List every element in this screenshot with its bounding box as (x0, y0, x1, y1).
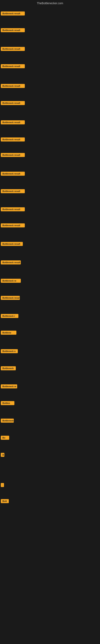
bottleneck-badge-21[interactable]: Bottleneck (1, 366, 16, 370)
bottleneck-badge-9[interactable]: Bottleneck result (1, 153, 25, 157)
bottleneck-badge-18[interactable]: Bottleneck r (1, 314, 18, 318)
bottleneck-badge-2[interactable]: Bottleneck result (1, 28, 25, 32)
bottleneck-badge-11[interactable]: Bottleneck result (1, 189, 25, 193)
bottleneck-badge-5[interactable]: Bottleneck result (1, 84, 25, 88)
bottleneck-badge-27[interactable]: · (1, 483, 4, 487)
bottleneck-badge-19[interactable]: Bottlene (1, 331, 16, 335)
bottleneck-badge-12[interactable]: Bottleneck result (1, 207, 25, 211)
bottleneck-badge-6[interactable]: Bottleneck result (1, 101, 25, 105)
bottleneck-badge-15[interactable]: Bottleneck result (1, 260, 21, 264)
bottleneck-badge-20[interactable]: Bottleneck n (1, 349, 18, 353)
bottleneck-badge-1[interactable]: Bottleneck result (1, 12, 25, 16)
bottleneck-badge-16[interactable]: Bottleneck re (1, 279, 21, 283)
bottleneck-badge-28[interactable]: Bott (1, 499, 9, 503)
bottleneck-badge-7[interactable]: Bottleneck result (1, 120, 25, 124)
bottleneck-badge-10[interactable]: Bottleneck result (1, 172, 25, 176)
bottleneck-badge-17[interactable]: Bottleneck resul (1, 296, 20, 300)
bottleneck-badge-14[interactable]: Bottleneck result (1, 242, 23, 246)
bottleneck-badge-25[interactable]: Bo (1, 436, 9, 440)
bottleneck-badge-23[interactable]: Bottlen (1, 401, 14, 405)
bottleneck-badge-4[interactable]: Bottleneck result (1, 64, 25, 68)
site-title: TheBottlenecker.com (37, 2, 63, 5)
bottleneck-badge-22[interactable]: Bottleneck re (1, 384, 17, 388)
bottleneck-badge-26[interactable]: B (1, 453, 4, 457)
bottleneck-badge-8[interactable]: Bottleneck result (1, 138, 25, 142)
bottleneck-badge-13[interactable]: Bottleneck result (1, 224, 25, 228)
bottleneck-badge-3[interactable]: Bottleneck result (1, 47, 25, 51)
bottleneck-badge-24[interactable]: Bottleneck (1, 418, 14, 422)
